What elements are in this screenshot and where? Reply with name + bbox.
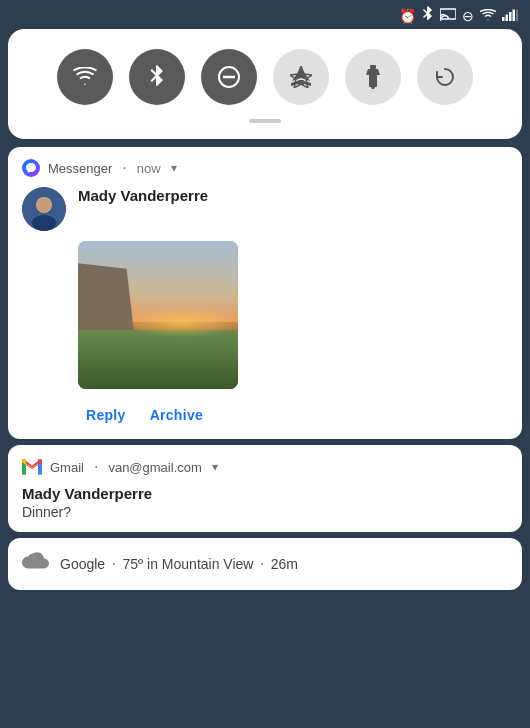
reply-button[interactable]: Reply <box>78 403 134 427</box>
messenger-chevron-icon: ▾ <box>171 161 177 175</box>
messenger-content: Mady Vanderperre <box>22 187 508 231</box>
gmail-chevron-icon: ▾ <box>212 460 218 474</box>
gmail-notif-header: Gmail · van@gmail.com ▾ <box>22 457 508 477</box>
messenger-app-name: Messenger <box>48 161 112 176</box>
messenger-image <box>78 241 238 389</box>
svg-point-15 <box>32 215 56 231</box>
gmail-email: van@gmail.com <box>108 460 201 475</box>
gmail-notification: Gmail · van@gmail.com ▾ Mady Vanderperre… <box>8 445 522 532</box>
airplane-toggle[interactable] <box>273 49 329 105</box>
cloud-icon <box>22 550 50 578</box>
svg-rect-6 <box>516 9 518 21</box>
messenger-actions: Reply Archive <box>78 403 508 427</box>
sender-avatar <box>22 187 66 231</box>
gmail-app-icon <box>22 457 42 477</box>
bluetooth-icon <box>422 6 434 25</box>
quick-settings-buttons <box>24 49 506 105</box>
svg-rect-5 <box>513 9 516 21</box>
dnd-toggle[interactable] <box>201 49 257 105</box>
glow-layer <box>126 308 238 338</box>
rotate-toggle[interactable] <box>417 49 473 105</box>
svg-rect-4 <box>509 12 512 21</box>
messenger-notif-header: Messenger · now ▾ <box>22 159 508 177</box>
dnd-icon: ⊖ <box>462 8 474 24</box>
quick-settings-panel <box>8 29 522 139</box>
messenger-app-icon <box>22 159 40 177</box>
svg-rect-10 <box>370 65 376 69</box>
gmail-app-name: Gmail <box>50 460 84 475</box>
google-weather: 75º in Mountain View <box>123 556 254 572</box>
google-time: 26m <box>271 556 298 572</box>
notifications-list: Messenger · now ▾ Mady Vanderperre <box>8 147 522 590</box>
status-bar: ⏰ ⊖ <box>0 0 530 29</box>
signal-icon <box>502 8 518 24</box>
messenger-text-content: Mady Vanderperre <box>78 187 208 204</box>
cast-icon <box>440 7 456 24</box>
svg-rect-2 <box>502 17 505 21</box>
svg-point-16 <box>37 198 51 212</box>
messenger-image-container <box>78 241 508 389</box>
google-app-name: Google <box>60 556 105 572</box>
svg-rect-3 <box>506 14 509 21</box>
wifi-toggle[interactable] <box>57 49 113 105</box>
drag-handle <box>249 119 281 123</box>
messenger-time: now <box>137 161 161 176</box>
svg-marker-12 <box>371 87 375 89</box>
gmail-subject: Dinner? <box>22 504 508 520</box>
archive-button[interactable]: Archive <box>142 403 211 427</box>
messenger-notification: Messenger · now ▾ Mady Vanderperre <box>8 147 522 439</box>
avatar-image <box>22 187 66 231</box>
svg-rect-9 <box>298 80 304 85</box>
google-content: Google · 75º in Mountain View · 26m <box>60 555 298 573</box>
messenger-sender: Mady Vanderperre <box>78 187 208 204</box>
svg-rect-11 <box>369 75 377 87</box>
wifi-icon <box>480 8 496 24</box>
google-notification: Google · 75º in Mountain View · 26m <box>8 538 522 590</box>
alarm-icon: ⏰ <box>399 8 416 24</box>
flashlight-toggle[interactable] <box>345 49 401 105</box>
land-layer <box>78 330 238 389</box>
bluetooth-toggle[interactable] <box>129 49 185 105</box>
gmail-sender: Mady Vanderperre <box>22 485 508 502</box>
